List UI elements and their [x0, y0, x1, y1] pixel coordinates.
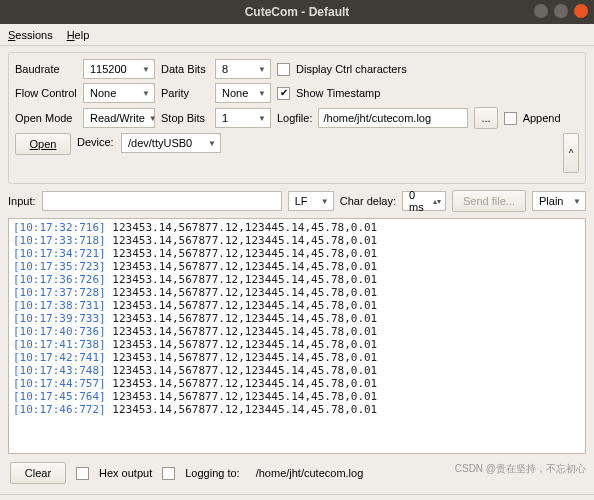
menu-help[interactable]: Help — [67, 29, 90, 41]
log-line: [10:17:42:741] 123453.14,567877.12,12344… — [13, 351, 581, 364]
databits-label: Data Bits — [161, 63, 209, 75]
logging-path: /home/jht/cutecom.log — [256, 467, 364, 479]
logging-label: Logging to: — [185, 467, 239, 479]
log-line: [10:17:40:736] 123453.14,567877.12,12344… — [13, 325, 581, 338]
timestamp-label: Show Timestamp — [296, 87, 380, 99]
logging-checkbox[interactable] — [162, 467, 175, 480]
menubar: Sessions Help — [0, 24, 594, 46]
chardelay-spinner[interactable]: 0 ms▴▾ — [402, 191, 446, 211]
openmode-select[interactable]: Read/Write▼ — [83, 108, 155, 128]
titlebar: CuteCom - Default — [0, 0, 594, 24]
log-line: [10:17:33:718] 123453.14,567877.12,12344… — [13, 234, 581, 247]
chevron-down-icon: ▼ — [142, 65, 150, 74]
databits-select[interactable]: 8▼ — [215, 59, 271, 79]
log-line: [10:17:36:726] 123453.14,567877.12,12344… — [13, 273, 581, 286]
chevron-down-icon: ▼ — [258, 65, 266, 74]
chevron-down-icon: ▼ — [149, 114, 157, 123]
chevron-down-icon: ▼ — [208, 139, 216, 148]
log-line: [10:17:38:731] 123453.14,567877.12,12344… — [13, 299, 581, 312]
displayctrl-checkbox[interactable] — [277, 63, 290, 76]
log-line: [10:17:44:757] 123453.14,567877.12,12344… — [13, 377, 581, 390]
log-line: [10:17:35:723] 123453.14,567877.12,12344… — [13, 260, 581, 273]
output-log[interactable]: [10:17:32:716] 123453.14,567877.12,12344… — [8, 218, 586, 454]
log-line: [10:17:32:716] 123453.14,567877.12,12344… — [13, 221, 581, 234]
window-title: CuteCom - Default — [245, 5, 350, 19]
hex-label: Hex output — [99, 467, 152, 479]
statusbar: Device: 1a86 USB2.0-Serial @ttyUSB0 Conn… — [0, 494, 594, 500]
log-line: [10:17:34:721] 123453.14,567877.12,12344… — [13, 247, 581, 260]
log-line: [10:17:45:764] 123453.14,567877.12,12344… — [13, 390, 581, 403]
timestamp-checkbox[interactable]: ✔ — [277, 87, 290, 100]
chevron-down-icon: ▼ — [321, 197, 329, 206]
parity-label: Parity — [161, 87, 209, 99]
minimize-icon[interactable] — [534, 4, 548, 18]
logfile-label: Logfile: — [277, 112, 312, 124]
stopbits-label: Stop Bits — [161, 112, 209, 124]
clear-button[interactable]: Clear — [10, 462, 66, 484]
displayctrl-label: Display Ctrl characters — [296, 63, 407, 75]
log-line: [10:17:43:748] 123453.14,567877.12,12344… — [13, 364, 581, 377]
device-select[interactable]: /dev/ttyUSB0▼ — [121, 133, 221, 153]
chevron-down-icon: ▼ — [258, 114, 266, 123]
flowcontrol-label: Flow Control — [15, 87, 77, 99]
watermark: CSDN @贵在坚持，不忘初心 — [455, 462, 586, 476]
baudrate-select[interactable]: 115200▼ — [83, 59, 155, 79]
maximize-icon[interactable] — [554, 4, 568, 18]
log-line: [10:17:46:772] 123453.14,567877.12,12344… — [13, 403, 581, 416]
log-line: [10:17:39:733] 123453.14,567877.12,12344… — [13, 312, 581, 325]
inputmode-select[interactable]: Plain▼ — [532, 191, 586, 211]
logfile-browse-button[interactable]: ... — [474, 107, 497, 129]
device-label: Device: — [77, 133, 115, 148]
log-line: [10:17:41:738] 123453.14,567877.12,12344… — [13, 338, 581, 351]
flowcontrol-select[interactable]: None▼ — [83, 83, 155, 103]
log-line: [10:17:37:728] 123453.14,567877.12,12344… — [13, 286, 581, 299]
openmode-label: Open Mode — [15, 112, 77, 124]
collapse-button[interactable]: ^ — [563, 133, 579, 173]
stopbits-select[interactable]: 1▼ — [215, 108, 271, 128]
chardelay-label: Char delay: — [340, 195, 396, 207]
chevron-down-icon: ▼ — [258, 89, 266, 98]
input-field[interactable] — [42, 191, 282, 211]
baudrate-label: Baudrate — [15, 63, 77, 75]
append-checkbox[interactable] — [504, 112, 517, 125]
logfile-input[interactable] — [318, 108, 468, 128]
sendfile-button[interactable]: Send file... — [452, 190, 526, 212]
close-icon[interactable] — [574, 4, 588, 18]
append-label: Append — [523, 112, 561, 124]
chevron-down-icon: ▼ — [573, 197, 581, 206]
open-button[interactable]: Open — [15, 133, 71, 155]
parity-select[interactable]: None▼ — [215, 83, 271, 103]
menu-sessions[interactable]: Sessions — [8, 29, 53, 41]
spinner-icon: ▴▾ — [433, 197, 441, 206]
lineend-select[interactable]: LF▼ — [288, 191, 334, 211]
chevron-down-icon: ▼ — [142, 89, 150, 98]
input-label: Input: — [8, 195, 36, 207]
hex-checkbox[interactable] — [76, 467, 89, 480]
settings-pane: Baudrate 115200▼ Data Bits 8▼ Display Ct… — [8, 52, 586, 184]
